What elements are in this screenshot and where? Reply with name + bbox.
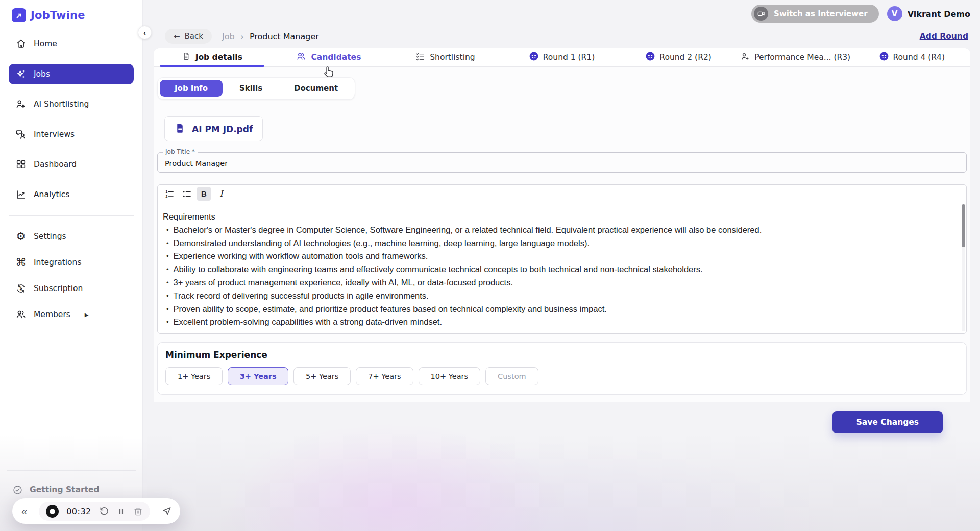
experience-option-5-years[interactable]: 5+ Years: [293, 367, 351, 385]
attachment-name: AI PM JD.pdf: [192, 124, 253, 134]
checklist-icon: [415, 52, 425, 63]
sparkles-icon: [15, 68, 27, 80]
restart-recording-button[interactable]: [99, 506, 109, 516]
recorder-divider: [33, 505, 33, 517]
tab-label: Shortlisting: [430, 53, 475, 62]
bot-icon: [646, 52, 655, 63]
subtab-job-info[interactable]: Job Info: [160, 80, 223, 97]
breadcrumb: ← Back Job › Product Manager Add Round: [154, 29, 970, 44]
video-camera-icon: [754, 7, 768, 21]
requirement-item: Ability to collaborate with engineering …: [163, 263, 951, 276]
cursor-toggle-button[interactable]: [162, 506, 172, 516]
experience-option-10-years[interactable]: 10+ Years: [419, 367, 480, 385]
pause-recording-button[interactable]: [117, 507, 126, 516]
editor-scrollbar-thumb[interactable]: [962, 204, 965, 247]
tab-label: Candidates: [311, 53, 361, 62]
experience-option-7-years[interactable]: 7+ Years: [356, 367, 413, 385]
tab-round-2[interactable]: Round 2 (R2): [620, 48, 737, 66]
check-circle-icon: [12, 484, 23, 495]
bot-icon: [529, 52, 538, 63]
jd-attachment-link[interactable]: AI PM JD.pdf: [164, 116, 263, 141]
sidebar-item-label: Analytics: [34, 190, 69, 199]
tab-label: Round 1 (R1): [543, 53, 595, 62]
recorder-controls: 00:32: [39, 502, 150, 521]
sidebar-item-label: AI Shortlisting: [34, 100, 89, 109]
getting-started-button[interactable]: Getting Started: [9, 484, 134, 495]
recorder-collapse-button[interactable]: «: [21, 506, 27, 516]
job-subtabs: Job Info Skills Document: [157, 77, 355, 100]
people-icon: [15, 309, 27, 320]
subtab-document[interactable]: Document: [279, 80, 353, 97]
sidebar-item-settings[interactable]: ⚙ Settings: [9, 226, 134, 247]
subtab-skills[interactable]: Skills: [225, 80, 277, 97]
tab-label: Performance Mea... (R3): [754, 53, 850, 62]
person-plus-icon: [740, 52, 750, 63]
breadcrumb-current: Product Manager: [250, 32, 319, 41]
requirement-item: Excellent problem-solving capabilities w…: [163, 316, 951, 329]
job-panel: Job details Candidates Shortlisting: [154, 48, 970, 402]
bold-icon: B: [201, 189, 207, 198]
home-icon: [15, 38, 27, 50]
app-title: JobTwine: [31, 9, 85, 21]
sidebar-item-analytics[interactable]: Analytics: [9, 184, 134, 205]
italic-icon: I: [219, 189, 223, 199]
tab-round-3-performance[interactable]: Performance Mea... (R3): [737, 48, 854, 66]
requirement-item: Bachelor's or Master's degree in Compute…: [163, 224, 951, 237]
tab-round-1[interactable]: Round 1 (R1): [504, 48, 621, 66]
topbar: Switch as Interviewer V Vikrant Demo: [154, 0, 970, 23]
save-row: Save Changes: [154, 411, 970, 433]
delete-recording-button[interactable]: [133, 506, 143, 516]
svg-text:$: $: [19, 286, 22, 291]
requirement-item: Proven ability to scope, estimate, and p…: [163, 303, 951, 316]
tab-shortlisting[interactable]: Shortlisting: [387, 48, 504, 66]
command-icon: ⌘: [15, 257, 27, 268]
add-round-link[interactable]: Add Round: [920, 32, 968, 41]
sidebar-item-integrations[interactable]: ⌘ Integrations: [9, 252, 134, 273]
breadcrumb-section[interactable]: Job: [222, 32, 235, 41]
tab-job-details[interactable]: Job details: [154, 48, 271, 66]
people-icon: [296, 51, 306, 63]
italic-button[interactable]: I: [214, 187, 228, 201]
requirement-item: Experience working with workflow automat…: [163, 250, 951, 263]
sidebar-item-jobs[interactable]: Jobs: [9, 64, 134, 84]
user-menu[interactable]: V Vikrant Demo: [887, 6, 970, 21]
back-label: Back: [185, 32, 203, 41]
sidebar-footer: Getting Started: [9, 470, 134, 495]
back-button[interactable]: ← Back: [165, 29, 212, 44]
tab-label: Round 2 (R2): [659, 53, 711, 62]
sidebar: JobTwine Home Jobs AI Shortlisting Inter: [0, 0, 143, 531]
bullet-list-button[interactable]: [180, 187, 193, 201]
job-description-text[interactable]: Requirements Bachelor's or Master's degr…: [158, 203, 966, 333]
job-title-field: Job Title *: [157, 152, 967, 173]
requirements-heading: Requirements: [163, 210, 951, 224]
ordered-list-button[interactable]: 12: [162, 187, 176, 201]
sidebar-item-interviews[interactable]: Interviews: [9, 124, 134, 144]
experience-option-custom[interactable]: Custom: [485, 367, 538, 385]
job-title-input[interactable]: [157, 152, 967, 173]
sidebar-item-subscription[interactable]: $ Subscription: [9, 278, 134, 299]
stop-recording-button[interactable]: [46, 505, 59, 518]
app-logo[interactable]: JobTwine: [9, 7, 134, 34]
experience-option-1-years[interactable]: 1+ Years: [165, 367, 223, 385]
sidebar-item-label: Home: [34, 39, 57, 49]
sidebar-collapse-button[interactable]: ‹: [138, 26, 152, 39]
sidebar-item-label: Subscription: [34, 284, 83, 293]
chevron-left-icon: ‹: [143, 29, 146, 37]
sidebar-item-ai-shortlisting[interactable]: AI Shortlisting: [9, 94, 134, 114]
grid-icon: [15, 159, 27, 170]
sidebar-item-dashboard[interactable]: Dashboard: [9, 154, 134, 175]
bold-button[interactable]: B: [197, 187, 211, 201]
tab-round-4[interactable]: Round 4 (R4): [853, 48, 970, 66]
back-arrow-icon: ←: [174, 32, 180, 41]
user-name: Vikrant Demo: [908, 9, 970, 19]
sidebar-item-label: Jobs: [34, 69, 50, 79]
sidebar-item-home[interactable]: Home: [9, 34, 134, 54]
main-area: Switch as Interviewer V Vikrant Demo ← B…: [143, 0, 980, 531]
tab-candidates[interactable]: Candidates: [271, 48, 387, 66]
switch-as-interviewer-button[interactable]: Switch as Interviewer: [751, 5, 879, 23]
requirement-item: Track record of delivering successful pr…: [163, 289, 951, 303]
sidebar-item-members[interactable]: Members ▶: [9, 304, 134, 325]
person-sparkle-icon: [15, 99, 27, 110]
experience-option-3-years[interactable]: 3+ Years: [228, 367, 288, 385]
save-changes-button[interactable]: Save Changes: [832, 411, 943, 433]
